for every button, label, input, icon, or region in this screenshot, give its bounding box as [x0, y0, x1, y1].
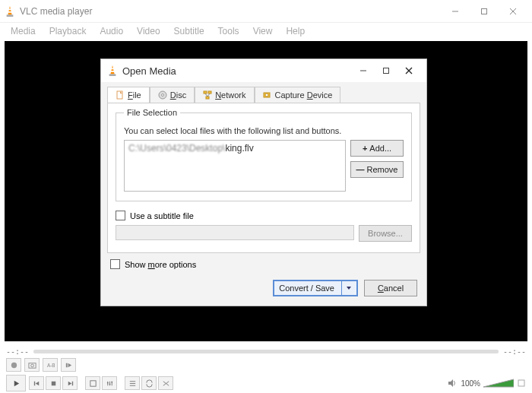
- svg-rect-10: [111, 68, 114, 70]
- tab-network[interactable]: Network: [195, 87, 254, 103]
- svg-marker-37: [68, 381, 71, 385]
- svg-rect-36: [51, 381, 55, 385]
- file-panel: File Selection You can select local file…: [107, 103, 420, 253]
- seek-bar[interactable]: [33, 350, 499, 353]
- extended-settings-button[interactable]: [102, 376, 117, 390]
- svg-rect-38: [71, 381, 72, 385]
- dialog-title: Open Media: [122, 65, 352, 77]
- menu-media[interactable]: Media: [11, 26, 36, 36]
- play-button[interactable]: [6, 375, 26, 391]
- svg-point-45: [111, 381, 112, 382]
- svg-rect-52: [518, 380, 524, 386]
- svg-point-44: [109, 383, 110, 385]
- open-media-dialog: Open Media File Disc Network Capture Dev…: [100, 59, 427, 306]
- tab-capture-label: Capture Device: [275, 90, 333, 100]
- svg-rect-9: [109, 74, 116, 76]
- remove-button[interactable]: —Remove: [350, 161, 404, 178]
- svg-marker-8: [110, 65, 114, 74]
- maximize-button[interactable]: [470, 2, 499, 21]
- menu-help[interactable]: Help: [286, 26, 305, 36]
- svg-rect-34: [33, 381, 34, 385]
- volume-slider[interactable]: [483, 378, 514, 388]
- speaker-icon[interactable]: [447, 378, 458, 388]
- show-more-options-label: Show more options: [125, 260, 196, 269]
- svg-marker-33: [14, 380, 18, 385]
- file-list[interactable]: C:\Users\0423\Desktop\king.flv: [124, 140, 346, 192]
- use-subtitle-label: Use a subtitle file: [130, 211, 194, 220]
- svg-rect-11: [111, 71, 115, 72]
- dialog-maximize-button[interactable]: [375, 61, 397, 81]
- menu-audio[interactable]: Audio: [100, 26, 123, 36]
- dialog-footer: Convert / Save Cancel: [101, 275, 426, 306]
- menu-subtitle[interactable]: Subtitle: [174, 26, 204, 36]
- svg-rect-19: [204, 91, 207, 93]
- svg-rect-2: [8, 8, 11, 10]
- svg-rect-3: [8, 11, 12, 13]
- show-more-options-checkbox[interactable]: [110, 259, 120, 269]
- svg-point-25: [265, 93, 268, 97]
- add-button[interactable]: +Add...: [350, 140, 404, 157]
- file-selection-hint: You can select local files with the foll…: [124, 126, 404, 135]
- timeline: --:-- --:--: [6, 346, 526, 357]
- browse-button: Browse...: [359, 225, 412, 242]
- playlist-button[interactable]: [125, 376, 140, 390]
- svg-rect-31: [65, 363, 67, 367]
- dropdown-arrow-icon[interactable]: [341, 281, 352, 295]
- capture-icon: [263, 90, 272, 100]
- player-controls: --:-- --:-- A-B: [0, 343, 532, 393]
- loop-ab-button[interactable]: A-B: [43, 358, 58, 372]
- tab-file[interactable]: File: [107, 87, 150, 103]
- convert-save-button[interactable]: Convert / Save: [273, 280, 358, 296]
- dialog-titlebar: Open Media: [101, 59, 426, 82]
- volume-control: 100%: [447, 378, 526, 388]
- file-selection-group: File Selection You can select local file…: [116, 108, 412, 201]
- svg-rect-16: [117, 91, 122, 99]
- menu-tools[interactable]: Tools: [218, 26, 239, 36]
- dialog-close-button[interactable]: [397, 61, 420, 81]
- volume-label: 100%: [461, 379, 480, 388]
- svg-line-22: [205, 93, 207, 97]
- menu-view[interactable]: View: [253, 26, 273, 36]
- vlc-cone-icon: [107, 65, 118, 76]
- fullscreen-button[interactable]: [85, 376, 100, 390]
- svg-point-29: [30, 364, 33, 367]
- svg-rect-1: [7, 14, 14, 17]
- close-button[interactable]: [499, 2, 527, 21]
- record-button[interactable]: [6, 358, 21, 372]
- use-subtitle-checkbox[interactable]: [116, 211, 125, 220]
- file-entry[interactable]: C:\Users\0423\Desktop\king.flv: [128, 143, 341, 154]
- frame-step-button[interactable]: [61, 358, 76, 372]
- svg-point-27: [11, 362, 16, 367]
- loop-button[interactable]: [141, 376, 157, 390]
- svg-point-43: [106, 382, 108, 383]
- stop-button[interactable]: [46, 376, 61, 390]
- svg-rect-39: [90, 380, 95, 385]
- window-title: VLC media player: [20, 6, 441, 17]
- disc-icon: [158, 90, 167, 100]
- svg-rect-20: [208, 91, 211, 93]
- svg-text:A-B: A-B: [46, 363, 54, 368]
- time-elapsed: --:--: [6, 347, 29, 356]
- svg-rect-21: [206, 97, 209, 99]
- use-subtitle-row: Use a subtitle file: [116, 211, 412, 220]
- shuffle-button[interactable]: [158, 376, 173, 390]
- tab-capture[interactable]: Capture Device: [255, 87, 341, 103]
- network-icon: [203, 90, 212, 100]
- window-titlebar: VLC media player: [0, 0, 532, 23]
- svg-rect-5: [482, 8, 487, 14]
- minimize-button[interactable]: [441, 2, 470, 21]
- subtitle-file-input: [116, 225, 354, 240]
- menu-video[interactable]: Video: [137, 26, 160, 36]
- snapshot-button[interactable]: [24, 358, 40, 372]
- time-total: --:--: [503, 347, 526, 356]
- menu-playback[interactable]: Playback: [49, 26, 87, 36]
- prev-button[interactable]: [29, 376, 44, 390]
- svg-marker-35: [35, 381, 39, 385]
- cancel-button[interactable]: Cancel: [364, 280, 417, 296]
- file-icon: [116, 90, 125, 100]
- volume-expand-icon[interactable]: [517, 379, 526, 388]
- dialog-minimize-button[interactable]: [352, 61, 375, 81]
- svg-marker-49: [448, 379, 453, 387]
- tab-disc[interactable]: Disc: [150, 87, 195, 103]
- next-button[interactable]: [62, 376, 78, 390]
